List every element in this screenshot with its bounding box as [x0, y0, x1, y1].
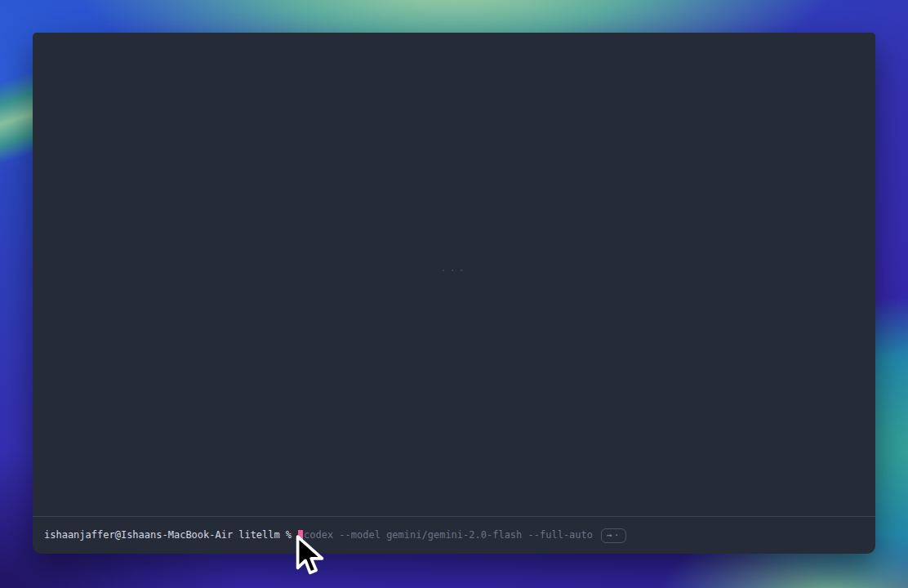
loading-indicator: ···	[440, 265, 468, 276]
terminal-output-area: ···	[33, 33, 875, 516]
terminal-window[interactable]: ··· ishaanjaffer@Ishaans-MacBook-Airlite…	[33, 33, 875, 554]
autosuggestion-text: codex --model gemini/gemini-2.0-flash --…	[304, 529, 593, 541]
prompt-directory: litellm	[238, 529, 280, 541]
accept-suggestion-key-hint: →·	[601, 528, 626, 543]
terminal-prompt-bar[interactable]: ishaanjaffer@Ishaans-MacBook-Airlitellm%…	[33, 516, 875, 554]
text-caret	[298, 530, 303, 541]
prompt-symbol: %	[286, 529, 292, 541]
prompt-user-host: ishaanjaffer@Ishaans-MacBook-Air	[44, 529, 233, 541]
